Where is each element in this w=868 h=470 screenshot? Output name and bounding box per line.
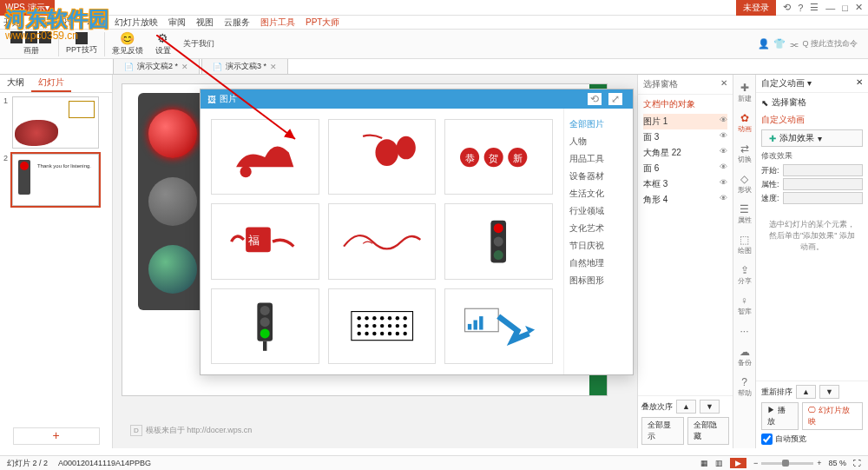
sel-item-4[interactable]: 面 6👁 bbox=[643, 161, 727, 176]
sel-item-3[interactable]: 大角星 22👁 bbox=[643, 145, 727, 161]
ribbon-settings[interactable]: ⚙设置 bbox=[150, 31, 176, 56]
ts-prop[interactable]: ☰属性 bbox=[734, 200, 755, 228]
prop-dropdown[interactable] bbox=[783, 178, 863, 190]
ts-draw[interactable]: ⬚绘图 bbox=[734, 230, 755, 259]
close-button[interactable]: ✕ bbox=[855, 2, 863, 13]
image-item-4[interactable]: 福 bbox=[211, 203, 319, 279]
move-down-button[interactable]: ▼ bbox=[700, 400, 720, 414]
close-tab-icon[interactable]: ✕ bbox=[270, 63, 277, 71]
menu-insert[interactable]: 插入 bbox=[31, 17, 49, 29]
slide-thumb-2[interactable]: Thank you for listening. bbox=[12, 154, 99, 206]
eye-icon[interactable]: 👁 bbox=[720, 162, 727, 175]
ts-shape[interactable]: ◇形状 bbox=[734, 169, 755, 198]
image-item-8[interactable] bbox=[328, 288, 437, 364]
add-effect-button[interactable]: ✚添加效果 ▾ bbox=[761, 129, 863, 147]
start-dropdown[interactable] bbox=[783, 164, 863, 176]
user-icon[interactable]: 👤 bbox=[758, 38, 770, 50]
zoom-slider[interactable] bbox=[761, 462, 813, 465]
menu-cloud[interactable]: 云服务 bbox=[224, 17, 250, 29]
sel-item-5[interactable]: 本框 3👁 bbox=[643, 176, 727, 192]
cat-nature[interactable]: 自然地理 bbox=[569, 255, 628, 272]
sel-item-6[interactable]: 角形 4👁 bbox=[643, 192, 727, 208]
link-icon[interactable]: ⫘ bbox=[789, 39, 799, 50]
ribbon-about[interactable]: 关于我们 bbox=[178, 38, 220, 50]
sel-item-2[interactable]: 面 3👁 bbox=[643, 129, 727, 145]
open-selection-pane[interactable]: ⬉选择窗格 bbox=[756, 93, 868, 112]
skin-icon[interactable]: 👕 bbox=[773, 38, 786, 50]
ts-trans[interactable]: ⇄切换 bbox=[734, 139, 755, 168]
menu-view[interactable]: 视图 bbox=[196, 17, 214, 29]
play-button[interactable]: ▶ 播放 bbox=[761, 402, 799, 430]
eye-icon[interactable]: 👁 bbox=[720, 147, 727, 159]
app-badge[interactable]: WPS 演示 ▾ bbox=[0, 0, 55, 16]
menu-start[interactable]: 开始 bbox=[3, 17, 21, 29]
image-item-6[interactable] bbox=[444, 203, 553, 279]
close-pane-icon[interactable]: ✕ bbox=[720, 78, 727, 90]
cat-tools[interactable]: 用品工具 bbox=[569, 150, 628, 168]
slideshow-button[interactable]: 🖵 幻灯片放映 bbox=[802, 402, 863, 430]
outline-tab[interactable]: 大纲 bbox=[0, 75, 31, 92]
ts-anim[interactable]: ✿动画 bbox=[734, 109, 755, 137]
view-normal-icon[interactable]: ▦ bbox=[700, 459, 708, 467]
cat-equip[interactable]: 设备器材 bbox=[569, 168, 628, 185]
cat-icons[interactable]: 图标图形 bbox=[569, 272, 628, 289]
ts-share[interactable]: ⇪分享 bbox=[734, 261, 755, 289]
help-icon[interactable]: ? bbox=[798, 3, 803, 13]
traffic-light-image[interactable] bbox=[138, 93, 207, 310]
view-sorter-icon[interactable]: ▥ bbox=[715, 459, 723, 467]
reorder-up[interactable]: ▲ bbox=[796, 385, 816, 399]
eye-icon[interactable]: 👁 bbox=[720, 178, 727, 190]
expand-icon[interactable]: ⤢ bbox=[608, 93, 622, 105]
ts-more[interactable]: ··· bbox=[734, 321, 755, 341]
cat-industry[interactable]: 行业领域 bbox=[569, 202, 628, 220]
play-icon[interactable]: ▶ bbox=[730, 458, 746, 468]
move-up-button[interactable]: ▲ bbox=[676, 400, 696, 414]
refresh-icon[interactable]: ⟲ bbox=[588, 93, 602, 105]
ribbon-feedback[interactable]: 😊意见反馈 bbox=[107, 31, 148, 56]
menu-slideshow[interactable]: 幻灯片放映 bbox=[115, 17, 158, 29]
cat-people[interactable]: 人物 bbox=[569, 133, 628, 150]
ts-new[interactable]: ✚新建 bbox=[734, 78, 755, 107]
eye-icon[interactable]: 👁 bbox=[720, 131, 727, 143]
minimize-button[interactable]: — bbox=[825, 3, 835, 13]
cat-life[interactable]: 生活文化 bbox=[569, 185, 628, 202]
image-item-3[interactable]: 恭贺新 bbox=[444, 119, 553, 195]
cat-all[interactable]: 全部图片 bbox=[569, 116, 628, 133]
zoom-out[interactable]: − bbox=[753, 459, 758, 467]
speed-dropdown[interactable] bbox=[783, 192, 863, 204]
doc-tab-2[interactable]: 📄演示文稿3 *✕ bbox=[201, 58, 288, 74]
maximize-button[interactable]: □ bbox=[842, 3, 848, 13]
slides-tab[interactable]: 幻灯片 bbox=[31, 75, 71, 92]
image-item-9[interactable] bbox=[444, 288, 553, 364]
cat-art[interactable]: 文化艺术 bbox=[569, 220, 628, 237]
eye-icon[interactable]: 👁 bbox=[720, 194, 727, 206]
fit-icon[interactable]: ⛶ bbox=[853, 459, 861, 467]
refresh-icon[interactable]: ⟲ bbox=[783, 2, 791, 13]
menu-icon[interactable]: ☰ bbox=[810, 2, 819, 13]
login-button[interactable]: 未登录 bbox=[736, 0, 776, 16]
sel-item-1[interactable]: 图片 1👁 bbox=[643, 114, 727, 129]
image-item-7[interactable] bbox=[211, 288, 319, 364]
menu-anim[interactable]: 动画 bbox=[87, 17, 104, 29]
close-anim-icon[interactable]: ✕ bbox=[856, 77, 863, 89]
show-all-button[interactable]: 全部显示 bbox=[641, 417, 684, 445]
reorder-down[interactable]: ▼ bbox=[819, 385, 839, 399]
slide-thumb-1[interactable] bbox=[12, 96, 99, 149]
menu-review[interactable]: 审阅 bbox=[168, 17, 186, 29]
search-placeholder[interactable]: Q 搜此查找命令 bbox=[802, 38, 858, 50]
cat-festival[interactable]: 节日庆祝 bbox=[569, 237, 628, 255]
ribbon-tips[interactable]: PPT技巧 bbox=[61, 32, 102, 56]
eye-icon[interactable]: 👁 bbox=[720, 116, 727, 128]
hide-all-button[interactable]: 全部隐藏 bbox=[687, 417, 730, 445]
doc-tab-1[interactable]: 📄演示文稿2 *✕ bbox=[113, 58, 200, 74]
image-item-1[interactable] bbox=[211, 119, 319, 195]
menu-pictools[interactable]: 图片工具 bbox=[260, 17, 295, 29]
ts-backup[interactable]: ☁备份 bbox=[734, 342, 755, 371]
image-item-5[interactable] bbox=[328, 203, 437, 279]
ts-help[interactable]: ?帮助 bbox=[734, 373, 755, 401]
zoom-in[interactable]: + bbox=[817, 459, 821, 467]
add-slide-button[interactable]: + bbox=[13, 427, 100, 445]
menu-pptmaster[interactable]: PPT大师 bbox=[306, 17, 339, 29]
autopreview-check[interactable]: 自动预览 bbox=[761, 434, 863, 445]
menu-design[interactable]: 设计 bbox=[59, 17, 76, 29]
